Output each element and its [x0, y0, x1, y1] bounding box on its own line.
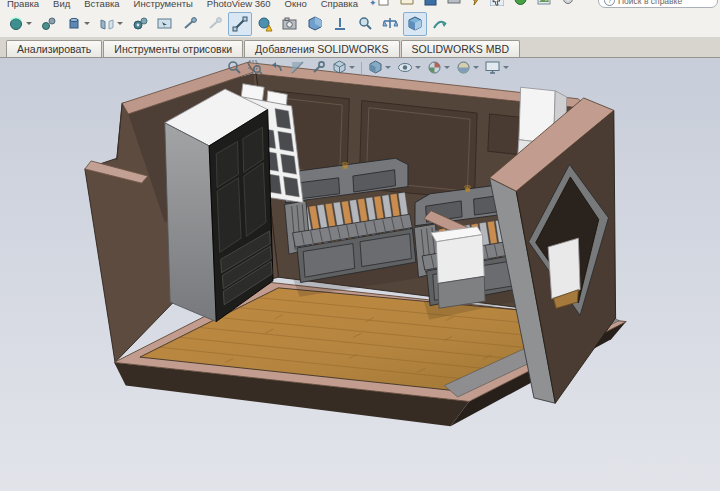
commandmanager-tabs: Анализировать Инструменты отрисовки Доба… [0, 38, 720, 58]
tab-render-tools[interactable]: Инструменты отрисовки [103, 40, 243, 57]
avito-logo-icon [605, 455, 635, 483]
tab-solidworks-mbd[interactable]: SOLIDWORKS MBD [401, 40, 520, 57]
zoom-to-area-icon[interactable] [246, 59, 265, 76]
revolve-icon[interactable] [62, 12, 94, 36]
view-settings-icon[interactable] [483, 59, 511, 76]
rebuild-icon[interactable] [471, 0, 480, 6]
save-icon[interactable] [424, 0, 437, 6]
front-radiator-face[interactable] [436, 235, 484, 284]
wrench-tool-icon[interactable] [309, 59, 328, 76]
screen-capture-icon[interactable] [153, 12, 177, 36]
help-search-placeholder: Поиск в справке [618, 0, 682, 6]
hide-show-items-icon[interactable] [395, 59, 423, 76]
display-style-icon[interactable] [366, 59, 393, 76]
menu-help[interactable]: Справка [314, 0, 365, 9]
image-icon[interactable] [537, 0, 551, 6]
window-radiator[interactable] [548, 238, 580, 298]
tab-solidworks-addins[interactable]: Добавления SOLIDWORKS [244, 40, 399, 57]
view-orientation-icon[interactable] [330, 59, 357, 76]
room-model: ♛ ♛ [0, 58, 720, 491]
select-cursor-icon[interactable] [490, 0, 504, 6]
mirror-icon[interactable] [95, 12, 127, 36]
reference-axis-icon[interactable] [178, 12, 202, 36]
standard-toolbar [378, 0, 575, 6]
menu-bar: Правка Вид Вставка Инструменты PhotoView… [0, 0, 720, 10]
curvature-icon[interactable] [428, 12, 452, 36]
measure-icon[interactable] [228, 12, 252, 36]
apply-scene-icon[interactable] [454, 59, 481, 76]
edit-appearance-icon[interactable] [425, 59, 452, 76]
menu-insert[interactable]: Вставка [77, 0, 126, 9]
print-icon[interactable] [447, 0, 461, 6]
help-search-box[interactable]: ? Поиск в справке [598, 0, 718, 8]
magnify-section-icon[interactable] [353, 12, 377, 36]
heads-up-toolbar [225, 59, 511, 76]
mass-properties-icon[interactable] [378, 12, 402, 36]
solid-body-icon[interactable] [303, 12, 327, 36]
wardrobe-side[interactable] [165, 123, 216, 322]
main-toolbar [0, 10, 720, 38]
check-errors-icon[interactable] [253, 12, 277, 36]
zoom-to-fit-icon[interactable] [225, 59, 244, 76]
shaded-view-icon[interactable] [403, 12, 427, 36]
new-document-icon[interactable] [378, 0, 390, 6]
gears-icon[interactable] [128, 12, 152, 36]
previous-view-icon[interactable] [267, 59, 286, 76]
crown-ornament-icon: ♛ [463, 183, 472, 194]
exploded-view-icon[interactable] [37, 12, 61, 36]
graphics-viewport[interactable]: ♛ ♛ [0, 58, 720, 491]
options-gear-icon[interactable] [561, 0, 575, 6]
wardrobe[interactable] [165, 89, 273, 322]
menu-photoview[interactable]: PhotoView 360 [200, 0, 278, 9]
rotate-view-icon[interactable] [4, 12, 36, 36]
camera-icon[interactable] [278, 12, 302, 36]
crown-ornament-icon: ♛ [340, 160, 349, 171]
avito-watermark: Avito [605, 453, 710, 484]
open-folder-icon[interactable] [400, 0, 414, 6]
watermark-text: Avito [641, 453, 710, 484]
tab-analyze[interactable]: Анализировать [6, 40, 102, 57]
help-icon: ? [604, 0, 615, 6]
menu-tools[interactable]: Инструменты [127, 0, 200, 9]
section-view-icon[interactable] [288, 59, 307, 76]
datum-icon[interactable] [328, 12, 352, 36]
menu-window[interactable]: Окно [278, 0, 314, 9]
solidworks-window: Правка Вид Вставка Инструменты PhotoView… [0, 0, 720, 491]
pushpin-icon[interactable]: ✦ [369, 0, 377, 8]
menu-view[interactable]: Вид [46, 0, 77, 9]
menu-edit[interactable]: Правка [0, 0, 46, 9]
crib-1[interactable]: ♛ [285, 158, 416, 282]
render-sphere-icon[interactable] [514, 0, 527, 6]
reference-axis-ghost-icon[interactable] [203, 12, 227, 36]
